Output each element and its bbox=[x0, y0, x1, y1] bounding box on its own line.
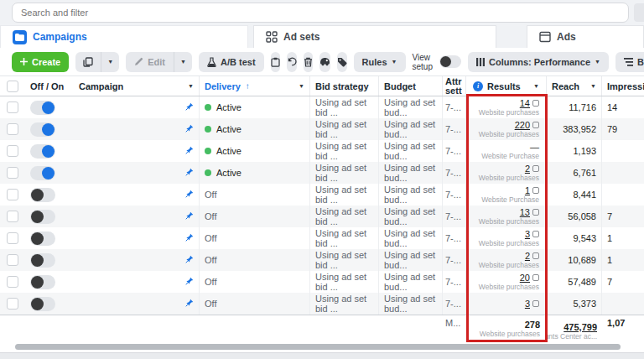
duplicate-button[interactable] bbox=[75, 52, 101, 72]
campaign-name-cell[interactable] bbox=[74, 206, 200, 227]
header-budget[interactable]: Budget bbox=[379, 76, 443, 96]
search-side-button[interactable] bbox=[634, 3, 644, 22]
tab-campaigns[interactable]: Campaigns bbox=[0, 25, 248, 48]
pin-icon[interactable] bbox=[185, 146, 194, 156]
row-checkbox[interactable] bbox=[7, 123, 18, 135]
row-checkbox[interactable] bbox=[7, 276, 18, 288]
result-value[interactable]: 3 bbox=[525, 299, 530, 309]
inspect-icon[interactable] bbox=[532, 231, 539, 237]
pin-icon[interactable] bbox=[185, 233, 194, 243]
header-reach[interactable]: Reach▼ bbox=[547, 76, 602, 96]
row-checkbox[interactable] bbox=[7, 101, 18, 113]
delete-button[interactable] bbox=[304, 52, 313, 72]
result-value[interactable]: 2 bbox=[525, 251, 530, 261]
campaign-name-cell[interactable] bbox=[74, 227, 200, 249]
campaign-name-cell[interactable] bbox=[74, 184, 200, 206]
result-value[interactable]: 14 bbox=[520, 98, 530, 108]
result-value[interactable]: 13 bbox=[520, 207, 530, 217]
campaign-toggle[interactable] bbox=[30, 275, 55, 289]
campaign-name-cell[interactable] bbox=[74, 96, 200, 118]
columns-dropdown[interactable]: Columns: Performance▼ bbox=[468, 52, 609, 72]
row-checkbox[interactable] bbox=[7, 298, 18, 310]
delivery-cell[interactable]: Active bbox=[200, 140, 310, 162]
delivery-cell[interactable]: Off bbox=[200, 206, 310, 227]
campaign-toggle[interactable] bbox=[30, 166, 55, 180]
inspect-icon[interactable] bbox=[532, 122, 539, 128]
inspect-icon[interactable] bbox=[532, 209, 539, 216]
header-attribution[interactable]: Attrsett bbox=[443, 76, 466, 96]
header-delivery[interactable]: Delivery ↑ ▼ bbox=[200, 76, 310, 96]
result-value[interactable]: 2 bbox=[525, 164, 530, 174]
row-checkbox[interactable] bbox=[7, 167, 18, 179]
campaign-name-cell[interactable] bbox=[74, 271, 200, 293]
campaign-toggle[interactable] bbox=[30, 253, 55, 268]
tags-button[interactable] bbox=[337, 52, 347, 72]
delivery-cell[interactable]: Active bbox=[200, 118, 310, 140]
pin-icon[interactable] bbox=[185, 190, 194, 200]
pin-icon[interactable] bbox=[185, 211, 194, 221]
campaign-name-cell[interactable] bbox=[74, 140, 200, 162]
campaign-name-cell[interactable] bbox=[74, 249, 200, 271]
delivery-cell[interactable]: Off bbox=[200, 293, 310, 315]
delivery-cell[interactable]: Off bbox=[200, 249, 310, 271]
info-icon[interactable]: i bbox=[473, 81, 483, 91]
delivery-cell[interactable]: Off bbox=[200, 271, 310, 293]
campaign-toggle[interactable] bbox=[30, 101, 55, 115]
preview-button[interactable] bbox=[319, 52, 330, 72]
pin-icon[interactable] bbox=[185, 255, 194, 265]
delivery-cell[interactable]: Off bbox=[200, 184, 310, 206]
inspect-icon[interactable] bbox=[532, 252, 539, 259]
tab-adsets[interactable]: Ad sets bbox=[253, 25, 496, 48]
campaign-name-cell[interactable] bbox=[74, 293, 200, 315]
delivery-cell[interactable]: Active bbox=[200, 162, 310, 184]
row-checkbox[interactable] bbox=[7, 254, 18, 266]
summary-reach-total[interactable]: 475,799 bbox=[564, 322, 597, 332]
pin-icon[interactable] bbox=[185, 102, 194, 112]
pin-icon[interactable] bbox=[185, 277, 194, 287]
header-bid-strategy[interactable]: Bid strategy bbox=[310, 76, 379, 96]
edit-button[interactable]: Edit bbox=[126, 52, 174, 72]
result-value[interactable]: — bbox=[530, 142, 539, 152]
campaign-toggle[interactable] bbox=[30, 144, 55, 159]
result-value[interactable]: 1 bbox=[525, 185, 530, 195]
inspect-icon[interactable] bbox=[532, 165, 539, 172]
campaign-toggle[interactable] bbox=[30, 297, 55, 311]
pin-icon[interactable] bbox=[185, 124, 194, 134]
result-value[interactable]: 3 bbox=[525, 229, 530, 239]
header-results[interactable]: i Results▼ bbox=[466, 76, 547, 96]
edit-caret-button[interactable]: ▼ bbox=[174, 52, 192, 72]
inspect-icon[interactable] bbox=[532, 274, 539, 281]
campaign-toggle[interactable] bbox=[30, 188, 55, 202]
rules-dropdown[interactable]: Rules▼ bbox=[354, 52, 406, 72]
select-all-checkbox[interactable] bbox=[7, 81, 18, 92]
pin-board-button[interactable] bbox=[271, 52, 280, 72]
row-checkbox[interactable] bbox=[7, 232, 18, 244]
search-input[interactable] bbox=[12, 3, 629, 23]
inspect-icon[interactable] bbox=[532, 300, 539, 307]
delivery-cell[interactable]: Active bbox=[200, 96, 310, 118]
create-button[interactable]: Create bbox=[12, 52, 69, 72]
inspect-icon[interactable] bbox=[532, 187, 539, 194]
header-campaign[interactable]: Campaign▼ bbox=[74, 76, 200, 96]
undo-button[interactable] bbox=[287, 52, 297, 72]
breakdown-dropdown[interactable]: Breakdown▼ bbox=[615, 52, 644, 72]
delivery-cell[interactable]: Off bbox=[200, 227, 310, 249]
view-setup-toggle[interactable] bbox=[439, 55, 461, 68]
duplicate-caret-button[interactable]: ▼ bbox=[101, 52, 119, 72]
horizontal-scrollbar-thumb[interactable] bbox=[15, 344, 621, 350]
row-checkbox[interactable] bbox=[7, 189, 18, 200]
tab-ads[interactable]: Ads bbox=[527, 25, 644, 48]
pin-icon[interactable] bbox=[185, 299, 194, 309]
campaign-name-cell[interactable] bbox=[74, 118, 200, 140]
header-impressions[interactable]: Impressions bbox=[602, 76, 644, 96]
campaign-toggle[interactable] bbox=[30, 122, 55, 137]
campaign-toggle[interactable] bbox=[30, 232, 55, 246]
campaign-toggle[interactable] bbox=[30, 210, 55, 224]
row-checkbox[interactable] bbox=[7, 211, 18, 222]
pin-icon[interactable] bbox=[185, 168, 194, 178]
inspect-icon[interactable] bbox=[532, 100, 539, 107]
result-value[interactable]: 220 bbox=[515, 120, 530, 130]
row-checkbox[interactable] bbox=[7, 145, 18, 157]
result-value[interactable]: 20 bbox=[520, 273, 530, 283]
campaign-name-cell[interactable] bbox=[74, 162, 200, 184]
